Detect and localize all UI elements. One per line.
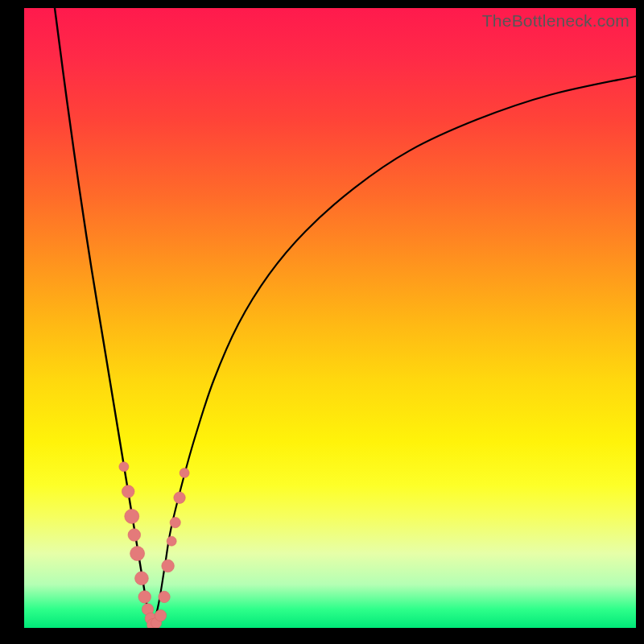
outer-frame: TheBottleneck.com	[0, 0, 644, 644]
data-marker	[159, 591, 170, 602]
data-marker	[167, 536, 176, 546]
curve-layer	[24, 8, 636, 628]
data-marker	[155, 609, 166, 621]
data-marker	[135, 572, 149, 585]
data-marker	[125, 509, 139, 523]
data-marker	[180, 469, 189, 478]
data-marker	[170, 518, 180, 528]
data-marker	[138, 591, 151, 604]
plot-area: TheBottleneck.com	[24, 8, 636, 628]
data-marker	[122, 485, 134, 498]
data-marker	[162, 559, 175, 572]
data-marker	[128, 529, 141, 542]
data-marker	[130, 547, 145, 561]
right-branch-curve	[153, 76, 636, 628]
data-marker	[174, 492, 185, 503]
marker-group	[119, 462, 189, 628]
data-marker	[119, 462, 129, 472]
